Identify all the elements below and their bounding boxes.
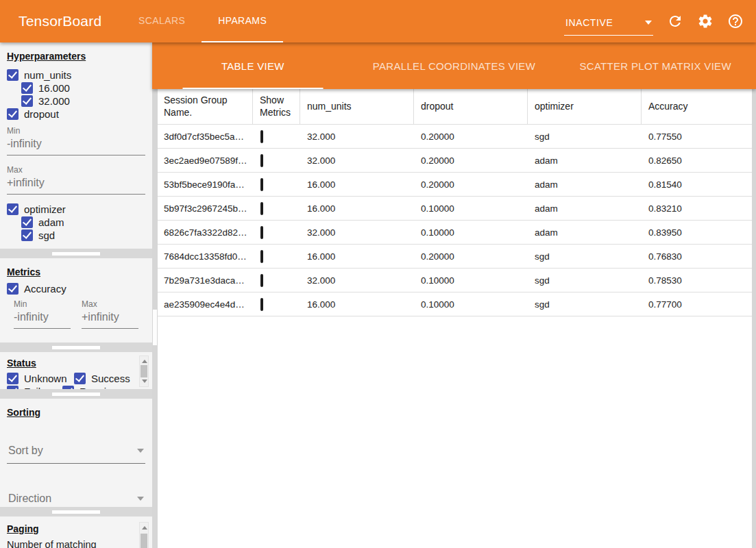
optimizer-value: adam xyxy=(528,155,642,166)
num-units-value: 32.000 xyxy=(300,227,414,238)
section-divider xyxy=(0,507,152,516)
section-resize-handle[interactable] xyxy=(52,346,100,349)
direction-label: Direction xyxy=(8,493,51,505)
checkbox-optimizer[interactable] xyxy=(7,203,19,215)
show-metrics-checkbox[interactable] xyxy=(260,226,263,239)
sorting-title: Sorting xyxy=(7,407,40,418)
dropout-max-input[interactable] xyxy=(7,175,145,195)
accuracy-min-input[interactable] xyxy=(14,309,71,329)
hparam-dropout-label: dropout xyxy=(24,108,59,120)
dropout-value: 0.10000 xyxy=(414,299,528,310)
paging-title: Paging xyxy=(7,523,39,534)
show-metrics-checkbox[interactable] xyxy=(260,130,263,143)
show-metrics-checkbox[interactable] xyxy=(260,154,263,167)
show-metrics-checkbox[interactable] xyxy=(260,298,263,311)
metric-accuracy-label: Accuracy xyxy=(24,283,66,295)
accuracy-value: 0.81540 xyxy=(642,179,752,190)
checkbox-running[interactable] xyxy=(62,386,74,390)
checkbox-num-units[interactable] xyxy=(7,69,19,81)
tab-scalars[interactable]: SCALARS xyxy=(122,0,202,42)
hparam-num-units-32: 32.000 xyxy=(21,95,145,107)
checkbox-16[interactable] xyxy=(21,82,33,94)
checkbox-success[interactable] xyxy=(74,373,86,384)
metric-accuracy: Accuracy xyxy=(7,282,145,295)
session-group-name: ae235909ec4e4d… xyxy=(158,299,253,310)
dropout-min-input[interactable] xyxy=(7,136,145,155)
accuracy-min-label: Min xyxy=(14,299,71,309)
session-group-name: 6826c7fa3322d82… xyxy=(158,227,253,238)
dropout-max-label: Max xyxy=(7,165,145,175)
table-row: ae235909ec4e4d… 16.000 0.10000 sgd 0.777… xyxy=(158,292,752,316)
accuracy-min-field: Min xyxy=(14,299,71,329)
status-scrollbar[interactable] xyxy=(139,356,149,387)
session-group-name: 53bf5bece9190fa… xyxy=(158,179,253,190)
table-scrollbar[interactable] xyxy=(752,89,756,548)
checkbox-adam[interactable] xyxy=(21,216,33,228)
help-button[interactable] xyxy=(727,13,744,29)
optimizer-value: sgd xyxy=(528,299,642,310)
table-row: 53bf5bece9190fa… 16.000 0.20000 adam 0.8… xyxy=(158,173,752,197)
tab-scatter-plot-matrix-view[interactable]: SCATTER PLOT MATRIX VIEW xyxy=(554,42,756,89)
paging-scrollbar[interactable] xyxy=(139,522,149,548)
accuracy-max-input[interactable] xyxy=(82,309,138,329)
section-resize-handle[interactable] xyxy=(52,252,100,256)
dropout-min-field: Min xyxy=(7,126,145,155)
header-show-metrics: Show Metrics xyxy=(253,89,300,124)
tab-hparams[interactable]: HPARAMS xyxy=(202,0,283,42)
checkbox-32[interactable] xyxy=(21,95,33,107)
header-dropout[interactable]: dropout xyxy=(414,89,528,124)
hparam-optimizer-adam: adam xyxy=(21,216,145,228)
status-scroll-thumb[interactable] xyxy=(141,365,147,377)
header-optimizer[interactable]: optimizer xyxy=(528,89,642,124)
settings-button[interactable] xyxy=(697,13,714,29)
status-failure-label: Failure xyxy=(24,386,56,390)
checkbox-dropout[interactable] xyxy=(7,108,19,120)
run-status-dropdown[interactable]: INACTIVE xyxy=(564,17,653,36)
sorting-section: Sorting Sort by Direction xyxy=(0,399,152,507)
dropout-value: 0.20000 xyxy=(414,179,528,190)
num-units-value: 32.000 xyxy=(300,132,414,142)
optimizer-value: adam xyxy=(528,203,642,214)
session-group-name: 7b29a731e3daca… xyxy=(158,275,253,286)
metrics-section: Metrics Accuracy Min Max xyxy=(0,258,152,342)
header-accuracy[interactable]: Accuracy xyxy=(642,89,752,124)
paging-scroll-thumb[interactable] xyxy=(141,534,147,548)
header-session-group-name[interactable]: Session Group Name. xyxy=(158,89,253,124)
refresh-icon xyxy=(667,13,683,29)
sidebar-scrollbar[interactable] xyxy=(152,89,158,548)
checkbox-accuracy[interactable] xyxy=(7,283,19,295)
dropdown-caret-icon xyxy=(137,449,144,453)
settings-icon xyxy=(697,13,714,29)
section-divider xyxy=(0,249,152,258)
section-resize-handle[interactable] xyxy=(52,393,100,396)
show-metrics-checkbox[interactable] xyxy=(260,178,263,191)
tab-parallel-coordinates-view[interactable]: PARALLEL COORDINATES VIEW xyxy=(354,42,555,89)
hparam-optimizer: optimizer xyxy=(7,203,145,215)
scroll-down-icon[interactable] xyxy=(142,379,147,383)
accuracy-value: 0.83210 xyxy=(642,203,752,214)
direction-dropdown[interactable]: Direction xyxy=(7,490,145,507)
plugin-tabs: SCALARS HPARAMS xyxy=(122,0,283,42)
checkbox-unknown[interactable] xyxy=(7,373,19,384)
tab-table-view[interactable]: TABLE VIEW xyxy=(152,42,354,89)
section-divider xyxy=(0,389,152,399)
dropout-value: 0.20000 xyxy=(414,251,528,262)
show-metrics-checkbox[interactable] xyxy=(260,250,263,263)
header-num-units[interactable]: num_units xyxy=(300,89,414,124)
scroll-up-icon[interactable] xyxy=(142,526,147,530)
dropdown-caret-icon xyxy=(645,21,652,25)
sidebar: Hyperparameters num_units 16.000 32.000 … xyxy=(0,42,152,548)
show-metrics-checkbox[interactable] xyxy=(260,202,263,215)
show-metrics-checkbox[interactable] xyxy=(260,274,263,287)
table-header-row: Session Group Name. Show Metrics num_uni… xyxy=(158,89,752,125)
hparam-value-16-label: 16.000 xyxy=(38,82,70,94)
sidebar-scroll-thumb[interactable] xyxy=(153,310,157,345)
hparam-optimizer-sgd: sgd xyxy=(21,229,145,241)
sort-by-dropdown[interactable]: Sort by xyxy=(7,442,145,464)
table-row: 5b97f3c2967245b… 16.000 0.10000 adam 0.8… xyxy=(158,197,752,221)
checkbox-failure[interactable] xyxy=(7,386,19,390)
checkbox-sgd[interactable] xyxy=(21,229,33,241)
section-resize-handle[interactable] xyxy=(52,510,100,514)
scroll-up-icon[interactable] xyxy=(142,360,147,363)
refresh-button[interactable] xyxy=(667,13,683,29)
